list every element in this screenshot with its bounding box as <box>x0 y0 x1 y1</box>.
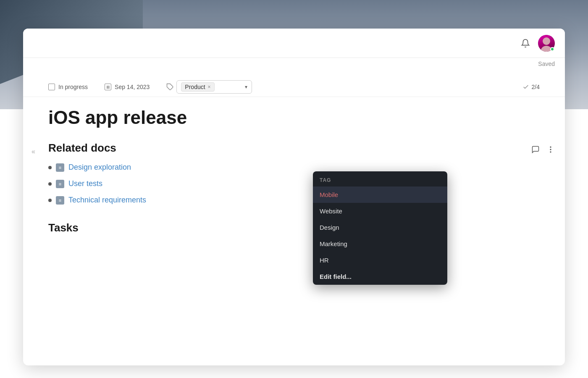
document-title: iOS app release <box>48 107 540 128</box>
metadata-bar: In progress ▦ Sep 14, 2023 Product × ▾ <box>23 77 565 97</box>
product-tag-chip: Product × <box>181 82 214 92</box>
back-chevron-icon[interactable]: « <box>32 148 35 155</box>
doc-icon <box>56 180 64 188</box>
online-indicator <box>550 47 554 51</box>
tag-chip-label: Product <box>185 84 205 90</box>
svg-point-1 <box>550 149 551 150</box>
content-area: iOS app release Related docs Design expl… <box>48 97 540 365</box>
dropdown-item-hr[interactable]: HR <box>313 252 447 268</box>
dropdown-item-design[interactable]: Design <box>313 219 447 236</box>
related-docs-list: Design exploration User tests Technical … <box>48 163 540 205</box>
status-field[interactable]: In progress <box>48 84 88 90</box>
dropdown-item-label: Mobile <box>320 191 338 198</box>
main-panel: Saved « In progress ▦ Sep 14, 2023 <box>23 29 565 365</box>
date-value: Sep 14, 2023 <box>115 84 150 90</box>
notification-bell-icon[interactable] <box>520 37 531 49</box>
technical-requirements-link[interactable]: Technical requirements <box>68 196 146 205</box>
bullet-icon <box>48 199 52 202</box>
tag-icon <box>166 83 174 91</box>
tag-input-area[interactable]: Product × ▾ <box>176 80 252 94</box>
list-item: Technical requirements <box>48 196 540 205</box>
tag-dropdown: TAG Mobile Website Design Marketing HR E… <box>313 171 447 285</box>
dropdown-item-mobile[interactable]: Mobile <box>313 186 447 203</box>
svg-point-2 <box>550 152 551 152</box>
dropdown-item-label: Marketing <box>320 240 347 247</box>
bullet-icon <box>48 182 52 186</box>
dropdown-header: TAG <box>313 171 447 186</box>
dropdown-item-label: Design <box>320 224 339 231</box>
related-docs-heading: Related docs <box>48 142 540 155</box>
user-avatar[interactable] <box>538 35 555 52</box>
more-options-icon[interactable] <box>546 145 555 155</box>
check-count-field: 2/4 <box>522 84 540 90</box>
tag-dropdown-chevron-icon[interactable]: ▾ <box>245 84 247 90</box>
dropdown-item-edit-field[interactable]: Edit field... <box>313 268 447 285</box>
doc-icon <box>56 163 64 172</box>
tasks-heading: Tasks <box>48 221 540 234</box>
tag-search-input[interactable] <box>217 84 242 90</box>
dropdown-item-label: HR <box>320 257 329 264</box>
user-tests-link[interactable]: User tests <box>68 179 102 188</box>
list-item: User tests <box>48 179 540 188</box>
status-icon <box>48 84 55 90</box>
date-field[interactable]: ▦ Sep 14, 2023 <box>105 84 150 90</box>
check-icon <box>522 84 529 90</box>
tag-field[interactable]: Product × ▾ <box>166 80 252 94</box>
dropdown-item-label: Edit field... <box>320 273 352 280</box>
top-bar <box>23 29 565 58</box>
list-item: Design exploration <box>48 163 540 172</box>
remove-tag-button[interactable]: × <box>208 84 211 90</box>
dropdown-item-website[interactable]: Website <box>313 203 447 219</box>
saved-status: Saved <box>538 60 555 67</box>
bullet-icon <box>48 166 52 169</box>
dropdown-item-label: Website <box>320 207 342 215</box>
calendar-icon: ▦ <box>105 84 111 90</box>
status-value: In progress <box>58 84 88 90</box>
svg-point-0 <box>550 147 551 147</box>
design-exploration-link[interactable]: Design exploration <box>68 163 131 172</box>
doc-icon <box>56 196 64 205</box>
dropdown-item-marketing[interactable]: Marketing <box>313 236 447 252</box>
check-count-value: 2/4 <box>532 84 540 90</box>
